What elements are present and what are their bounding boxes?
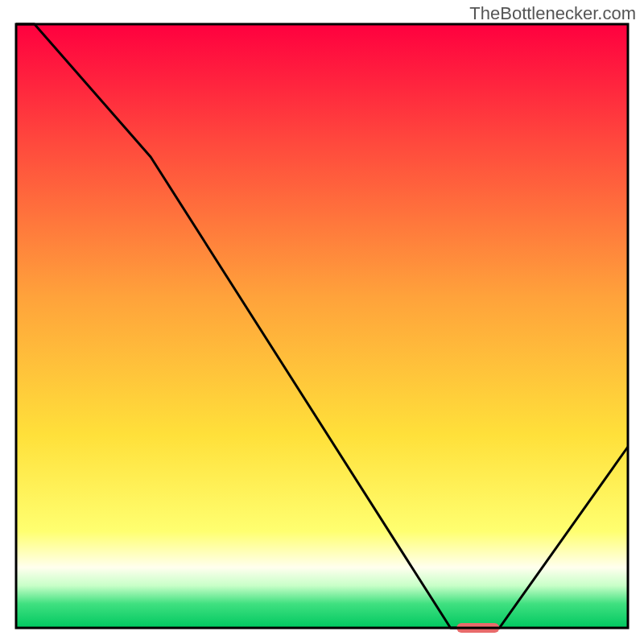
- plot-area: [16, 24, 628, 633]
- bottleneck-chart: [0, 0, 644, 644]
- chart-background-gradient: [16, 24, 628, 628]
- chart-container: TheBottlenecker.com: [0, 0, 644, 644]
- watermark-text: TheBottlenecker.com: [469, 3, 636, 24]
